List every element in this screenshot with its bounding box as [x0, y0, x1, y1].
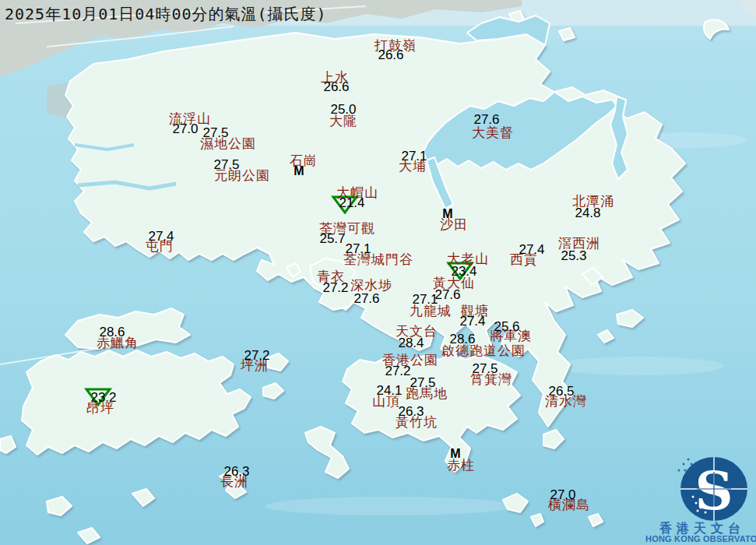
station-temperature: 25.6 — [494, 319, 519, 335]
station-temperature: 23.4 — [451, 264, 476, 280]
station-temperature: 27.6 — [473, 112, 499, 128]
station-temperature: 27.5 — [410, 375, 435, 391]
station-temperature: 26.3 — [398, 404, 424, 420]
station-temperature: 26.6 — [378, 47, 403, 63]
station-temperature: 28.6 — [449, 332, 475, 347]
station-temperature: 28.4 — [398, 336, 424, 351]
map-title: 2025年10月01日04時00分的氣溫(攝氏度) — [5, 4, 327, 25]
station-temperature: 27.2 — [322, 280, 348, 296]
station-temperature: 24.8 — [575, 206, 600, 221]
station-temperature: 27.5 — [202, 125, 228, 141]
hko-logo: 香港天文台 HONG KONG OBSERVATORY — [649, 450, 756, 545]
station-temperature: 27.6 — [434, 287, 460, 303]
station-maintenance-flag: M — [450, 447, 460, 461]
station-temperature: 23.2 — [90, 390, 116, 406]
station-temperature: 27.5 — [472, 361, 498, 377]
station-temperature: 27.4 — [148, 229, 174, 244]
hong-kong-map: S — [0, 0, 756, 545]
station-temperature: 25.3 — [561, 248, 586, 264]
station-maintenance-flag: M — [442, 207, 452, 221]
station-maintenance-flag: M — [294, 164, 304, 178]
station-temperature: 26.5 — [548, 384, 574, 399]
station-temperature: 27.0 — [172, 121, 198, 137]
station-temperature: 27.1 — [345, 241, 371, 257]
station-temperature: 27.4 — [519, 242, 544, 258]
station-temperature: 21.4 — [339, 195, 364, 211]
logo-name-english: HONG KONG OBSERVATORY — [645, 534, 756, 543]
station-temperature: 27.6 — [353, 291, 379, 307]
station-temperature: 28.6 — [99, 325, 125, 340]
station-temperature: 26.3 — [223, 464, 249, 480]
station-temperature: 27.2 — [385, 364, 410, 379]
station-temperature: 27.2 — [244, 348, 269, 364]
station-temperature: 26.6 — [323, 79, 349, 95]
station-temperature: 27.0 — [550, 487, 575, 503]
station-temperature: 25.7 — [319, 231, 345, 247]
station-temperature: 27.1 — [412, 292, 438, 308]
station-temperature: 27.4 — [459, 314, 485, 329]
station-temperature: 27.5 — [213, 157, 239, 173]
station-temperature: 25.0 — [330, 102, 356, 118]
station-temperature: 27.1 — [401, 149, 427, 164]
temperature-map-page: S 2025年10月01日04時00分的氣溫(攝氏度) 打鼓嶺26.6上水26.… — [0, 0, 756, 545]
station-temperature: 24.1 — [376, 383, 402, 399]
